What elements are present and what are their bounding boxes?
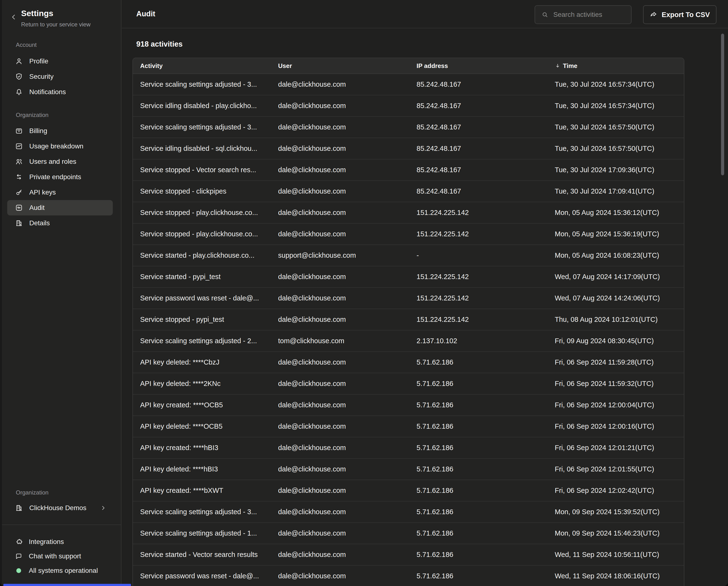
- table-row[interactable]: Service password was reset - dale@...dal…: [133, 565, 684, 586]
- column-header-time[interactable]: Time: [548, 62, 684, 70]
- cell-time: Mon, 05 Aug 2024 15:36:19(UTC): [548, 230, 684, 238]
- table-row[interactable]: Service stopped - play.clickhouse.co...d…: [133, 223, 684, 244]
- table-row[interactable]: API key deleted: ****CbzJdale@clickhouse…: [133, 351, 684, 373]
- cell-ip: 85.242.48.167: [409, 80, 548, 89]
- table-header-row: Activity User IP address Time: [133, 58, 684, 74]
- sidebar-item-billing[interactable]: Billing: [7, 123, 113, 139]
- table-row[interactable]: API key created: ****hBI3dale@clickhouse…: [133, 437, 684, 458]
- sort-arrow-down-icon: [555, 63, 561, 69]
- table-row[interactable]: API key created: ****OCB5dale@clickhouse…: [133, 394, 684, 415]
- cell-user: dale@clickhouse.com: [271, 294, 409, 302]
- footer-item-integrations[interactable]: Integrations: [7, 535, 113, 549]
- cell-activity: Service stopped - play.clickhouse.co...: [133, 209, 271, 217]
- column-header-time-label: Time: [563, 62, 577, 70]
- table-row[interactable]: Service stopped - play.clickhouse.co...d…: [133, 202, 684, 223]
- table-row[interactable]: Service scaling settings adjusted - 3...…: [133, 74, 684, 95]
- sidebar-item-profile[interactable]: Profile: [7, 53, 113, 69]
- table-row[interactable]: Service started - play.clickhouse.co...s…: [133, 244, 684, 266]
- table-row[interactable]: Service scaling settings adjusted - 3...…: [133, 501, 684, 522]
- table-row[interactable]: Service stopped - clickpipesdale@clickho…: [133, 180, 684, 202]
- settings-subtitle[interactable]: Return to your service view: [21, 21, 90, 28]
- table-row[interactable]: Service started - pypi_testdale@clickhou…: [133, 266, 684, 287]
- cell-user: dale@clickhouse.com: [271, 230, 409, 238]
- footer-item-all-systems-operational[interactable]: All systems operational: [7, 563, 113, 578]
- cell-ip: 151.224.225.142: [409, 294, 548, 302]
- sidebar-item-api-keys[interactable]: API keys: [7, 185, 113, 200]
- search-box[interactable]: [535, 5, 631, 24]
- column-header-user[interactable]: User: [271, 62, 409, 70]
- table-row[interactable]: Service stopped - Vector search res...da…: [133, 159, 684, 180]
- sidebar-item-label: Details: [29, 219, 50, 227]
- cell-time: Fri, 06 Sep 2024 12:01:55(UTC): [548, 465, 684, 473]
- table-row[interactable]: Service scaling settings adjusted - 3...…: [133, 116, 684, 138]
- cell-ip: 5.71.62.186: [409, 487, 548, 494]
- cell-ip: 151.224.225.142: [409, 273, 548, 281]
- cell-activity: Service scaling settings adjusted - 1...: [133, 529, 271, 537]
- back-chevron-icon[interactable]: [9, 13, 18, 21]
- table-row[interactable]: API key deleted: ****OCB5dale@clickhouse…: [133, 415, 684, 437]
- cell-activity: API key deleted: ****OCB5: [133, 422, 271, 430]
- sidebar-item-users-and-roles[interactable]: Users and roles: [7, 154, 113, 169]
- cell-user: dale@clickhouse.com: [271, 209, 409, 217]
- organization-name: ClickHouse Demos: [29, 504, 86, 512]
- table-row[interactable]: Service idling disabled - play.clickho..…: [133, 95, 684, 116]
- cell-ip: 2.137.10.102: [409, 337, 548, 345]
- search-input[interactable]: [553, 10, 625, 19]
- footer-item-chat-with-support[interactable]: Chat with support: [7, 549, 113, 563]
- sidebar-item-notifications[interactable]: Notifications: [7, 84, 113, 100]
- table-row[interactable]: Service scaling settings adjusted - 1...…: [133, 522, 684, 544]
- user-icon: [15, 57, 23, 65]
- bottom-accent-strip: [3, 584, 131, 586]
- table-row[interactable]: Service stopped - pypi_testdale@clickhou…: [133, 309, 684, 330]
- cell-ip: 85.242.48.167: [409, 187, 548, 195]
- export-csv-label: Export To CSV: [662, 11, 710, 19]
- export-csv-button[interactable]: Export To CSV: [643, 5, 717, 24]
- footer-item-label: Integrations: [29, 538, 64, 546]
- cell-time: Wed, 11 Sep 2024 10:56:11(UTC): [548, 551, 684, 559]
- cell-activity: Service idling disabled - sql.clickhou..…: [133, 145, 271, 152]
- table-row[interactable]: API key deleted: ****2KNcdale@clickhouse…: [133, 373, 684, 394]
- cell-activity: API key deleted: ****2KNc: [133, 380, 271, 388]
- sidebar-item-audit[interactable]: Audit: [7, 200, 113, 215]
- sidebar-item-clickhouse-demos[interactable]: ClickHouse Demos: [7, 500, 113, 516]
- key-icon: [15, 188, 23, 196]
- cell-activity: Service stopped - pypi_test: [133, 316, 271, 323]
- sidebar-item-label: Notifications: [29, 88, 66, 96]
- table-row[interactable]: Service idling disabled - sql.clickhou..…: [133, 138, 684, 159]
- table-row[interactable]: Service scaling settings adjusted - 2...…: [133, 330, 684, 351]
- cell-activity: API key created: ****OCB5: [133, 401, 271, 409]
- sidebar-footer: IntegrationsChat with supportAll systems…: [7, 535, 113, 578]
- cell-activity: Service scaling settings adjusted - 3...: [133, 123, 271, 131]
- cell-time: Mon, 09 Sep 2024 15:39:52(UTC): [548, 508, 684, 516]
- vertical-scrollbar-thumb[interactable]: [721, 33, 724, 175]
- cell-ip: 85.242.48.167: [409, 145, 548, 152]
- billing-card-icon: [15, 127, 23, 135]
- cell-user: dale@clickhouse.com: [271, 487, 409, 494]
- sidebar-item-usage-breakdown[interactable]: Usage breakdown: [7, 139, 113, 154]
- table-row[interactable]: API key created: ****bXWTdale@clickhouse…: [133, 480, 684, 501]
- sidebar-item-security[interactable]: Security: [7, 69, 113, 84]
- table-row[interactable]: Service password was reset - dale@...dal…: [133, 287, 684, 309]
- cell-time: Tue, 30 Jul 2024 17:09:41(UTC): [548, 187, 684, 195]
- cell-time: Fri, 06 Sep 2024 12:02:42(UTC): [548, 487, 684, 494]
- column-header-activity[interactable]: Activity: [133, 62, 271, 70]
- column-header-ip[interactable]: IP address: [409, 62, 548, 70]
- activity-pulse-icon: [15, 204, 23, 212]
- cell-user: dale@clickhouse.com: [271, 166, 409, 174]
- table-row[interactable]: API key deleted: ****hBI3dale@clickhouse…: [133, 458, 684, 480]
- cell-activity: Service scaling settings adjusted - 3...: [133, 80, 271, 89]
- puzzle-icon: [15, 538, 23, 546]
- cell-time: Fri, 09 Aug 2024 08:30:45(UTC): [548, 337, 684, 345]
- table-row[interactable]: Service started - Vector search resultsd…: [133, 544, 684, 565]
- sidebar-organization-block: Organization ClickHouse Demos: [7, 487, 113, 516]
- sidebar-item-details[interactable]: Details: [7, 215, 113, 231]
- section-label-organization: Organization: [7, 107, 113, 123]
- sidebar-item-private-endpoints[interactable]: Private endpoints: [7, 169, 113, 185]
- cell-user: dale@clickhouse.com: [271, 358, 409, 366]
- cell-ip: 5.71.62.186: [409, 422, 548, 430]
- sidebar-header: Settings Return to your service view: [0, 0, 121, 36]
- cell-time: Tue, 30 Jul 2024 16:57:34(UTC): [548, 80, 684, 89]
- cell-time: Fri, 06 Sep 2024 12:01:21(UTC): [548, 444, 684, 452]
- cell-activity: API key created: ****hBI3: [133, 444, 271, 452]
- sidebar-nav: AccountProfileSecurityNotificationsOrgan…: [7, 36, 113, 231]
